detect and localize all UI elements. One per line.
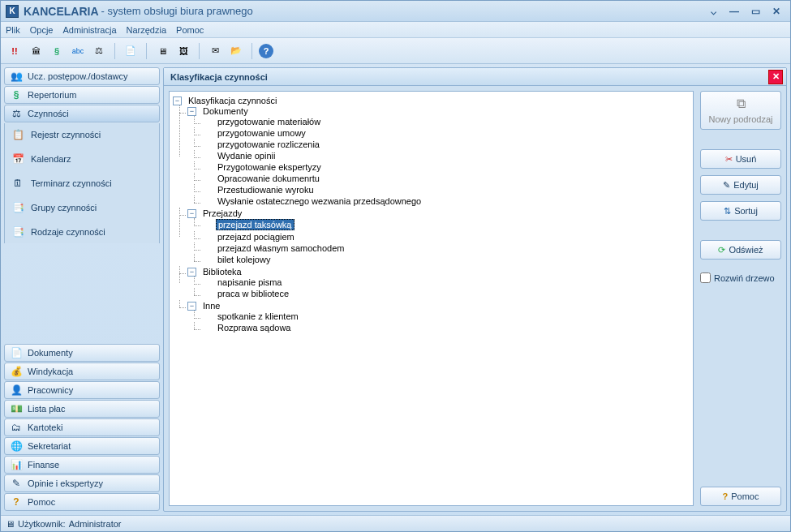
tree-node[interactable]: Inne	[201, 301, 221, 311]
sidebar-repertorium[interactable]: § Repertorium	[4, 86, 160, 104]
panel-close-button[interactable]: ✕	[768, 70, 783, 84]
collapse-icon[interactable]: −	[187, 209, 196, 218]
sidebar-item-label: Kalendarz	[31, 154, 71, 164]
sidebar-czynnosci[interactable]: ⚖ Czynności	[4, 105, 160, 122]
menu-pomoc[interactable]: Pomoc	[176, 25, 204, 35]
menu-narzedzia[interactable]: Narzędzia	[127, 25, 167, 35]
sidebar-pomoc[interactable]: ?Pomoc	[4, 493, 160, 511]
sidebar-terminarz[interactable]: 🗓 Terminarz czynności	[6, 175, 157, 191]
toolbar-btn-9[interactable]: ✉	[206, 42, 224, 60]
action-label: Nowy podrodzaj	[709, 114, 773, 124]
edit-button[interactable]: ✎Edytuj	[700, 175, 781, 195]
delete-icon: ✂	[725, 154, 733, 165]
tree-leaf[interactable]: przejazd własnym samochodem	[216, 243, 346, 253]
tree-leaf[interactable]: spotkanie z klientem	[216, 311, 300, 321]
app-icon: K	[6, 5, 19, 18]
sidebar-rejestr-czynnosci[interactable]: 📋 Rejestr czynności	[6, 127, 157, 143]
new-icon: ⧉	[737, 97, 746, 111]
title-bar[interactable]: K KANCELARIA - system obsługi biura praw…	[1, 1, 790, 22]
collapse-icon[interactable]: −	[187, 302, 196, 311]
tree-node[interactable]: Biblioteka	[201, 267, 243, 277]
tree-leaf[interactable]: Przestudiowanie wyroku	[216, 185, 316, 195]
tree-root[interactable]: Klasyfikacja czynności	[187, 96, 278, 105]
toolbar-btn-8[interactable]: 🖼	[174, 42, 192, 60]
sidebar-item-label: Lista płac	[28, 404, 65, 414]
maximize-button[interactable]: ▭	[746, 5, 764, 18]
refresh-button[interactable]: ⟳Odśwież	[700, 240, 781, 260]
tree-leaf[interactable]: Rozprawa sądowa	[216, 323, 293, 332]
restore-down-icon[interactable]: ⌵	[704, 5, 722, 18]
close-button[interactable]: ✕	[767, 5, 785, 18]
tree-leaf[interactable]: Przygotowanie ekspertyzy	[216, 162, 323, 172]
tree-leaf[interactable]: przygotowanie umowy	[216, 128, 307, 138]
delete-button[interactable]: ✂Usuń	[700, 149, 781, 169]
minimize-button[interactable]: —	[725, 5, 743, 18]
sidebar-item-label: Terminarz czynności	[31, 178, 112, 188]
panel-title: Klasyfikacja czynności	[170, 72, 268, 82]
tree-leaf[interactable]: Wydanie opinii	[216, 151, 277, 161]
toolbar-help-icon[interactable]: ?	[259, 44, 273, 58]
sidebar-item-label: Pracownicy	[28, 385, 73, 395]
sidebar-opinie[interactable]: ✎Opinie i ekspertyzy	[4, 474, 160, 492]
sidebar-item-label: Sekretariat	[28, 441, 71, 451]
sidebar-finanse[interactable]: 📊Finanse	[4, 456, 160, 474]
collapse-icon[interactable]: −	[187, 107, 196, 116]
tree-leaf[interactable]: Wysłanie ostatecznego wezwania przedsądo…	[216, 196, 423, 206]
sidebar-lista-plac[interactable]: 💵Lista płac	[4, 400, 160, 418]
sidebar-kartoteki[interactable]: 🗂Kartoteki	[4, 418, 160, 436]
status-user-label: Użytkownik:	[18, 519, 66, 529]
toolbar-btn-10[interactable]: 📂	[227, 42, 245, 60]
sidebar-windykacja[interactable]: 💰Windykacja	[4, 363, 160, 380]
person-icon: 👤	[10, 384, 23, 397]
help-button[interactable]: ?Pomoc	[700, 487, 781, 506]
sidebar-grupy[interactable]: 📑 Grupy czynności	[6, 200, 157, 216]
action-label: Pomoc	[731, 491, 759, 501]
toolbar-btn-1[interactable]: !!	[6, 42, 24, 60]
tree-leaf[interactable]: przejazd pociągiem	[216, 232, 296, 242]
menu-opcje[interactable]: Opcje	[30, 25, 54, 35]
tree-leaf[interactable]: przygotowanie rozliczenia	[216, 139, 321, 149]
panel-header: Klasyfikacja czynności ✕	[164, 68, 786, 86]
tree-view[interactable]: −Klasyfikacja czynności −Dokumenty przyg…	[169, 91, 694, 506]
sidebar-dokumenty[interactable]: 📄Dokumenty	[4, 344, 160, 362]
tree-leaf[interactable]: Opracowanie dokumenrtu	[216, 174, 321, 183]
sort-button[interactable]: ⇅Sortuj	[700, 201, 781, 221]
sidebar-item-label: Rodzaje czynności	[31, 227, 105, 237]
toolbar-sep	[146, 43, 147, 59]
sidebar-pracownicy[interactable]: 👤Pracownicy	[4, 381, 160, 399]
new-subtype-button[interactable]: ⧉ Nowy podrodzaj	[700, 91, 781, 130]
toolbar-btn-4[interactable]: abc	[69, 42, 87, 60]
tree-node[interactable]: Dokumenty	[201, 106, 250, 116]
menu-administracja[interactable]: Administracja	[62, 25, 116, 35]
tree-leaf[interactable]: napisanie pisma	[216, 277, 284, 287]
tree-leaf-selected[interactable]: przejazd taksówką	[216, 219, 294, 230]
toolbar-btn-3[interactable]: §	[48, 42, 66, 60]
toolbar: !! 🏛 § abc ⚖ 📄 🖥 🖼 ✉ 📂 ?	[1, 38, 790, 64]
collapse-icon[interactable]: −	[187, 268, 196, 277]
app-title: KANCELARIA	[24, 5, 99, 18]
sidebar-rodzaje[interactable]: 📑 Rodzaje czynności	[6, 224, 157, 240]
tree-leaf[interactable]: praca w bibliotece	[216, 289, 290, 298]
status-user: Administrator	[69, 519, 122, 529]
toolbar-btn-5[interactable]: ⚖	[90, 42, 108, 60]
expand-tree-label: Rozwiń drzewo	[714, 273, 775, 283]
sidebar-ucz-postepow[interactable]: 👥 Ucz. postępow./dostawcy	[4, 67, 160, 85]
chart-icon: 📊	[10, 458, 23, 471]
main-panel: Klasyfikacja czynności ✕ −Klasyfikacja c…	[163, 67, 787, 512]
menu-plik[interactable]: Plik	[6, 25, 20, 35]
tree-node[interactable]: Przejazdy	[201, 208, 243, 218]
toolbar-btn-2[interactable]: 🏛	[27, 42, 45, 60]
toolbar-btn-6[interactable]: 📄	[122, 42, 140, 60]
sidebar-sekretariat[interactable]: 🌐Sekretariat	[4, 437, 160, 455]
sort-icon: ⇅	[724, 206, 731, 217]
tree-leaf[interactable]: bilet kolejowy	[216, 255, 272, 264]
action-label: Edytuj	[733, 180, 759, 190]
calendar-icon: 📅	[11, 152, 24, 165]
expand-tree-checkbox[interactable]	[700, 272, 711, 283]
tree-leaf[interactable]: przygotowanie materiałów	[216, 117, 322, 127]
help-icon: ?	[10, 496, 23, 508]
help-icon: ?	[723, 491, 729, 501]
sidebar-kalendarz[interactable]: 📅 Kalendarz	[6, 151, 157, 167]
collapse-icon[interactable]: −	[173, 97, 182, 105]
toolbar-btn-7[interactable]: 🖥	[153, 42, 171, 60]
